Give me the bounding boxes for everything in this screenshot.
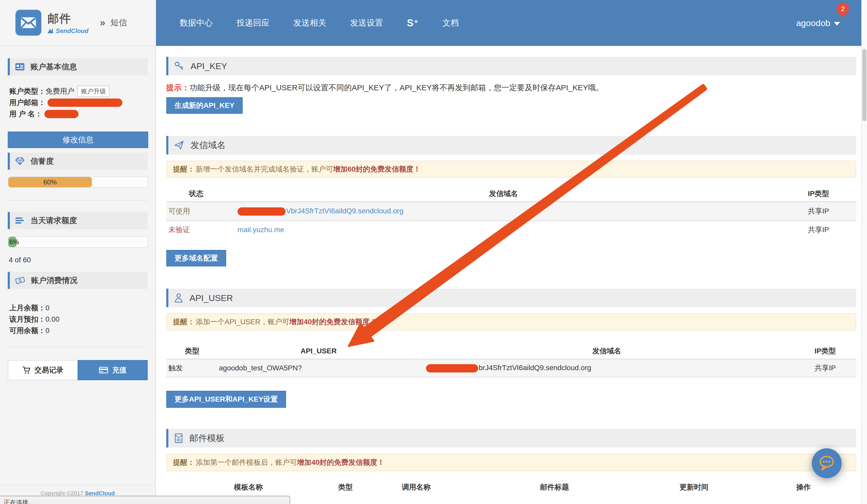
ip-type: 共享IP (781, 225, 856, 235)
domain-status: 可使用 (166, 206, 226, 216)
email-label: 用户邮箱： (9, 98, 45, 108)
section-templates-header: 邮件模板 (166, 429, 856, 448)
table-header-row: 状态 发信域名 IP类型 (166, 186, 856, 201)
section-title: API_USER (190, 293, 233, 303)
badge-count: 2 (841, 5, 845, 13)
main-content: API_KEY 提示：功能升级，现在每个API_USER可以设置不同的API_K… (156, 46, 867, 504)
username[interactable]: agoodob (796, 18, 830, 28)
id-card-icon (15, 63, 25, 71)
available-balance-label: 可用余额： (9, 326, 45, 336)
available-balance-value: 0 (45, 327, 50, 335)
top-bar: 邮件 SendCloud » 短信 数据中心 投递回应 发送相关 发送设置 S⁺… (0, 0, 867, 46)
nav-s-plus[interactable]: S⁺ (407, 17, 418, 29)
diamond-icon (15, 157, 25, 165)
section-api-user-header: API_USER (166, 289, 856, 307)
col-actions: 操作 (751, 480, 856, 495)
key-icon (174, 61, 184, 71)
sidebar: 账户基本信息 账户类型： 免费用户 账户升级 用户邮箱： 用 户 名： 修改信息… (0, 46, 156, 504)
account-email-row: 用户邮箱： (8, 97, 148, 108)
more-api-user-settings-button[interactable]: 更多API_USER和API_KEY设置 (166, 391, 286, 408)
reputation-progress-fill: 60% (8, 177, 92, 187)
chevron-down-icon (834, 22, 840, 25)
api-user-name: agoodob_test_OWA5PN? (218, 364, 419, 372)
table-row: 触发 agoodob_test_OWA5PN? brJ4SfrTztVI6ail… (166, 359, 856, 377)
transactions-button[interactable]: 交易记录 (8, 360, 78, 380)
user-menu[interactable]: agoodob (796, 0, 840, 46)
consumption-row: 可用余额： 0 (8, 325, 148, 336)
domain-cell: VbrJ4SfrTztVI6aildQ9.sendcloud.org (226, 207, 781, 216)
alert-strong: 增加40封的免费发信额度！ (297, 458, 384, 467)
table-row: 可使用 VbrJ4SfrTztVI6aildQ9.sendcloud.org 共… (166, 201, 856, 221)
col-ip-type: IP类型 (794, 343, 856, 359)
col-type: 类型 (331, 480, 361, 495)
alert-label: 提醒： (173, 458, 195, 467)
cart-icon (22, 366, 31, 374)
alert-text: 新增一个发信域名并完成域名验证，账户可 (196, 164, 333, 174)
redacted-domain-prefix (237, 207, 286, 216)
api-user-type: 触发 (166, 363, 218, 373)
daily-quota-progress: 6% (8, 236, 148, 248)
nav-data-center[interactable]: 数据中心 (180, 17, 213, 29)
nav-sending-related[interactable]: 发送相关 (293, 17, 327, 29)
account-type-label: 账户类型： (9, 86, 45, 96)
daily-quota-usage: 4 of 60 (8, 256, 148, 264)
upgrade-account-button[interactable]: 账户升级 (77, 86, 109, 97)
more-domain-config-button[interactable]: 更多域名配置 (166, 250, 226, 266)
consumption-row: 上月余额： 0 (8, 302, 148, 314)
scrollbar-track[interactable] (861, 0, 867, 504)
last-month-balance-label: 上月余额： (9, 303, 45, 313)
reputation-percent-label: 60% (43, 178, 57, 186)
sms-switch-label[interactable]: 短信 (110, 17, 127, 29)
account-type-value: 免费用户 (45, 86, 74, 96)
section-title: API_KEY (191, 61, 227, 71)
user-icon (174, 293, 183, 303)
mail-logo-icon[interactable] (15, 10, 41, 36)
month-withhold-value: 0.00 (45, 315, 60, 324)
domain-cell: mail.yuzhu.me (226, 226, 781, 234)
section-title: 当天请求额度 (31, 215, 77, 226)
alert-strong: 增加40封的免费发信额度！ (289, 317, 377, 327)
paper-plane-icon (174, 140, 184, 150)
section-daily-quota-header: 当天请求额度 (8, 212, 148, 229)
mail-template-icon (174, 433, 183, 443)
scrollbar-thumb[interactable] (862, 49, 866, 121)
nav-sending-settings[interactable]: 发送设置 (350, 17, 383, 29)
col-api-user: API_USER (218, 343, 419, 359)
col-mail-subject: 邮件标题 (472, 480, 637, 495)
account-name-row: 用 户 名： (8, 108, 148, 120)
section-reputation-header: 信誉度 (8, 153, 148, 170)
username-label: 用 户 名： (9, 109, 42, 119)
credit-card-icon (99, 366, 108, 374)
ip-type: 共享IP (781, 206, 856, 216)
domain-link[interactable]: VbrJ4SfrTztVI6aildQ9.sendcloud.org (286, 207, 403, 215)
transactions-label: 交易记录 (35, 365, 64, 375)
last-month-balance-value: 0 (45, 304, 50, 312)
col-ip-type: IP类型 (781, 186, 856, 201)
col-type: 类型 (166, 343, 218, 359)
chat-support-button[interactable] (812, 448, 842, 478)
alert-text: 添加一个API_USER，账户可 (196, 317, 289, 327)
section-consumption-header: 账户消费情况 (8, 272, 148, 289)
nav-docs[interactable]: 文档 (442, 17, 459, 29)
generate-api-key-button[interactable]: 生成新的API_KEY (166, 97, 243, 114)
templates-table: 模板名称 类型 调用名称 邮件标题 更新时间 操作 (166, 480, 856, 495)
domains-alert: 提醒： 新增一个发信域名并完成域名验证，账户可 增加60封的免费发信额度！ (166, 161, 856, 178)
edit-info-button[interactable]: 修改信息 (8, 132, 148, 148)
section-domains-header: 发信域名 (166, 136, 856, 154)
redacted-username (44, 110, 78, 118)
brand-name: SendCloud (56, 28, 88, 35)
recharge-button[interactable]: 充值 (78, 360, 148, 380)
col-template-name: 模板名称 (166, 480, 331, 495)
product-title: 邮件 (47, 11, 88, 26)
nav-delivery-response[interactable]: 投递回应 (236, 17, 269, 29)
domain-link[interactable]: mail.yuzhu.me (237, 226, 284, 234)
ip-type: 共享IP (794, 363, 856, 373)
section-title: 邮件模板 (190, 432, 225, 444)
sendcloud-logo-icon (47, 28, 54, 34)
daily-quota-percent-label: 6% (9, 237, 19, 247)
product-switch[interactable]: » 短信 (100, 17, 127, 29)
domain-cell: brJ4SfrTztVI6aildQ9.sendcloud.org (419, 364, 794, 372)
recharge-label: 充值 (112, 365, 127, 375)
sendcloud-dashboard: 邮件 SendCloud » 短信 数据中心 投递回应 发送相关 发送设置 S⁺… (0, 0, 867, 504)
domains-table: 状态 发信域名 IP类型 可使用 VbrJ4SfrTztVI6aildQ9.se… (166, 186, 856, 239)
